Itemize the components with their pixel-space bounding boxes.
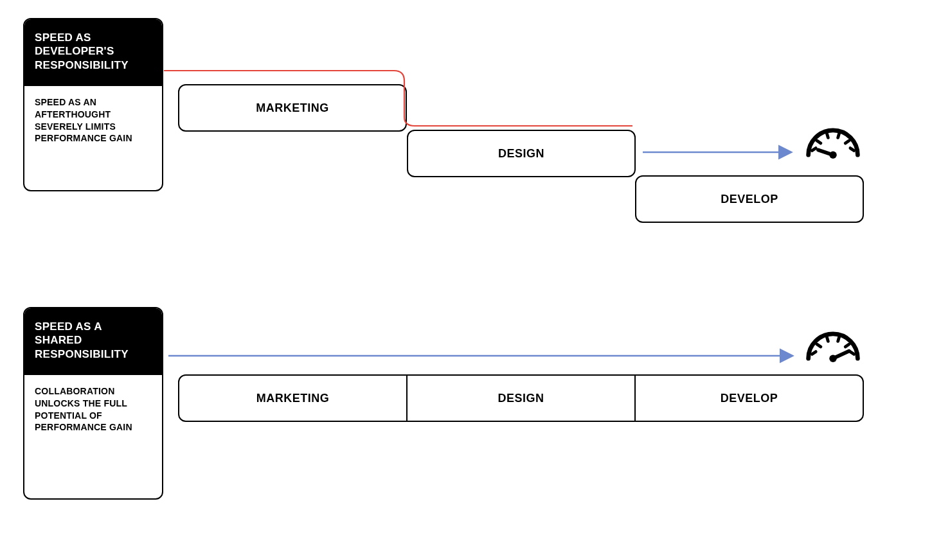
stage-box-marketing-bottom: MARKETING (179, 376, 406, 421)
stage-label: DEVELOP (721, 193, 778, 206)
speedometer-icon (802, 323, 864, 369)
svg-line-12 (845, 344, 849, 347)
stage-label: DEVELOP (721, 392, 778, 405)
svg-line-2 (827, 134, 828, 138)
svg-line-11 (838, 337, 839, 342)
svg-line-15 (833, 351, 849, 359)
svg-line-0 (812, 148, 816, 151)
svg-line-3 (838, 134, 839, 138)
speedometer-icon (802, 119, 864, 166)
stage-label: DESIGN (497, 392, 544, 405)
card-title: SPEED AS A SHARED RESPONSIBILITY (24, 308, 162, 375)
svg-line-13 (850, 352, 854, 354)
stage-label: MARKETING (256, 392, 330, 405)
svg-line-7 (818, 150, 833, 155)
card-developer-responsibility: SPEED AS DEVELOPER'S RESPONSIBILITY SPEE… (23, 18, 163, 191)
diagram-canvas: SPEED AS DEVELOPER'S RESPONSIBILITY SPEE… (0, 0, 941, 560)
stage-box-develop-bottom: DEVELOP (634, 376, 863, 421)
stage-box-marketing-top: MARKETING (178, 84, 407, 132)
stage-box-design-bottom: DESIGN (406, 376, 634, 421)
svg-line-9 (817, 344, 821, 347)
svg-line-4 (845, 141, 849, 143)
card-shared-responsibility: SPEED AS A SHARED RESPONSIBILITY COLLABO… (23, 307, 163, 500)
stage-box-design-top: DESIGN (407, 130, 636, 177)
card-description: COLLABORATION UNLOCKS THE FULL POTENTIAL… (24, 375, 162, 447)
card-title: SPEED AS DEVELOPER'S RESPONSIBILITY (24, 19, 162, 86)
svg-line-1 (817, 141, 821, 143)
stage-box-develop-top: DEVELOP (635, 175, 864, 223)
shared-stage-row: MARKETING DESIGN DEVELOP (178, 374, 864, 422)
card-description: SPEED AS AN AFTERTHOUGHT SEVERELY LIMITS… (24, 86, 162, 158)
svg-line-10 (827, 337, 828, 342)
svg-line-5 (850, 148, 854, 151)
svg-line-8 (812, 352, 816, 354)
stage-label: MARKETING (256, 101, 329, 115)
stage-label: DESIGN (498, 147, 544, 161)
